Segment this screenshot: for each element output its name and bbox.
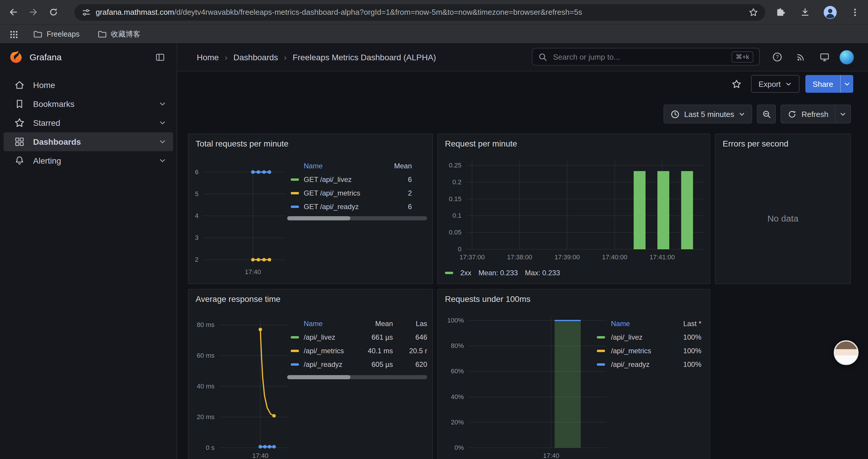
svg-text:80 ms: 80 ms [197, 321, 215, 328]
sidebar-item-alerting[interactable]: Alerting [4, 151, 173, 170]
floating-assistant-avatar[interactable] [834, 340, 859, 365]
legend-value: 2 [388, 189, 412, 197]
svg-text:0.1: 0.1 [452, 212, 462, 219]
svg-text:17:39:00: 17:39:00 [555, 254, 580, 261]
browser-profile-avatar[interactable] [822, 4, 838, 21]
menu-kebab-icon[interactable] [847, 4, 863, 21]
bookmarks-bar: Freeleaps 收藏博客 [0, 24, 868, 44]
legend-table: NameMean GET /api/_livez6 GET /api/_metr… [291, 159, 412, 213]
legend-header-last[interactable]: Last * [672, 319, 701, 328]
legend-value: 100% [672, 333, 701, 341]
monitor-icon[interactable] [816, 49, 833, 65]
legend-series-name[interactable]: GET /api/_metrics [304, 189, 388, 197]
legend-series-name[interactable]: /api/_livez [611, 333, 672, 341]
extensions-icon[interactable] [772, 4, 789, 21]
legend-table: NameMeanLas /api/_livez661 µs646 /api/_m… [291, 317, 427, 371]
time-range-picker[interactable]: Last 5 minutes [663, 104, 752, 124]
apps-grid-icon[interactable] [7, 26, 20, 42]
sidebar-item-bookmarks[interactable]: Bookmarks [4, 95, 173, 113]
svg-text:0.15: 0.15 [449, 195, 462, 203]
search-box[interactable]: ⌘+k [532, 48, 760, 66]
bar-chart[interactable]: 00.050.10.150.20.2517:37:0017:38:0017:39… [438, 134, 711, 285]
search-input[interactable] [552, 52, 727, 62]
url-bar[interactable]: grafana.mathmast.com/d/deytv4rwavabkb/fr… [74, 4, 765, 21]
home-icon [14, 80, 25, 90]
panel-title[interactable]: Average response time [195, 294, 280, 304]
legend-series-name[interactable]: /api/_metrics [304, 347, 365, 355]
legend-series-name[interactable]: /api/_livez [304, 333, 365, 341]
svg-text:17:38:00: 17:38:00 [507, 254, 532, 261]
legend-scrollbar[interactable] [287, 375, 427, 379]
line-chart[interactable]: 80 ms60 ms40 ms20 ms0 s17:40 [188, 290, 434, 459]
search-shortcut-kbd: ⌘+k [732, 51, 753, 62]
chevron-down-icon[interactable] [159, 119, 166, 126]
screen: grafana.mathmast.com/d/deytv4rwavabkb/fr… [0, 0, 868, 459]
user-avatar[interactable] [840, 50, 854, 64]
series-swatch [291, 205, 299, 208]
rss-icon[interactable] [793, 49, 809, 65]
legend-header-name[interactable]: Name [304, 319, 365, 328]
bar-chart[interactable]: 100%80%60%40%20%0%17:40 [438, 290, 711, 459]
svg-text:5: 5 [195, 190, 198, 198]
refresh-button[interactable]: Refresh [781, 104, 836, 124]
site-info-icon[interactable] [82, 7, 91, 17]
dashboard-content: Export Share Last 5 minutes [177, 71, 868, 459]
back-button[interactable] [5, 3, 23, 21]
panel-title[interactable]: Request per minute [445, 139, 517, 148]
series-swatch [291, 178, 299, 181]
help-icon[interactable]: ? [769, 49, 785, 65]
legend-series-name[interactable]: GET /api/_readyz [304, 202, 388, 210]
chevron-down-icon[interactable] [159, 100, 166, 107]
legend-header-last[interactable]: Las [393, 319, 427, 328]
legend-series-name[interactable]: /api/_readyz [304, 360, 365, 368]
favorite-dashboard-star-icon[interactable] [728, 76, 745, 92]
bookmark-item[interactable]: Freeleaps [28, 28, 84, 41]
browser-toolbar: grafana.mathmast.com/d/deytv4rwavabkb/fr… [0, 0, 868, 24]
svg-text:0%: 0% [454, 444, 464, 451]
legend-series-name[interactable]: 2xx [460, 269, 471, 277]
legend-series-name[interactable]: GET /api/_livez [304, 175, 388, 184]
legend-header-mean[interactable]: Mean [365, 319, 393, 328]
legend-series-name[interactable]: /api/_readyz [611, 360, 672, 368]
panel-title[interactable]: Errors per second [723, 139, 788, 148]
forward-button[interactable] [25, 3, 42, 21]
top-navigation: Home › Dashboards › Freeleaps Metrics Da… [177, 43, 868, 71]
sidebar-item-label: Starred [33, 118, 60, 128]
refresh-interval-dropdown[interactable] [836, 104, 851, 124]
bookmark-star-icon[interactable] [749, 7, 758, 17]
dock-sidebar-icon[interactable] [152, 49, 168, 65]
downloads-icon[interactable] [797, 4, 814, 21]
legend-series-name[interactable]: /api/_metrics [611, 347, 672, 355]
breadcrumb-dashboards[interactable]: Dashboards [234, 52, 278, 62]
chevron-down-icon[interactable] [159, 138, 166, 145]
panel-errors-per-second: Errors per second No data [715, 133, 851, 284]
export-button[interactable]: Export [751, 75, 800, 93]
panel-average-response-time: Average response time 80 ms60 ms40 ms20 … [188, 289, 433, 459]
scrollbar-thumb[interactable] [287, 375, 350, 379]
grafana-logo[interactable] [8, 49, 24, 65]
bookmark-item[interactable]: 收藏博客 [92, 28, 145, 41]
legend-header-name[interactable]: Name [304, 162, 388, 170]
breadcrumb-separator: › [284, 52, 286, 62]
breadcrumb-home[interactable]: Home [197, 52, 219, 62]
sidebar-item-home[interactable]: Home [4, 76, 173, 95]
svg-text:40 ms: 40 ms [197, 383, 215, 390]
scrollbar-thumb[interactable] [287, 216, 350, 220]
zoom-out-icon[interactable] [757, 104, 776, 124]
share-dropdown-button[interactable] [840, 75, 853, 93]
chevron-down-icon[interactable] [159, 157, 166, 164]
panel-title[interactable]: Total requests per minute [195, 139, 288, 148]
share-button[interactable]: Share [806, 75, 840, 93]
legend-header-mean[interactable]: Mean [388, 162, 412, 170]
reload-button[interactable] [45, 3, 63, 21]
sidebar-item-dashboards[interactable]: Dashboards [4, 132, 173, 151]
svg-text:0.2: 0.2 [452, 178, 462, 186]
legend-header-name[interactable]: Name [611, 319, 672, 328]
sidebar-item-starred[interactable]: Starred [4, 113, 173, 132]
legend-value: 40.1 ms [365, 347, 393, 355]
bookmark-icon [14, 99, 25, 109]
legend-scrollbar[interactable] [287, 216, 427, 220]
sidebar-item-label: Bookmarks [33, 99, 74, 109]
panel-title[interactable]: Requests under 100ms [445, 294, 531, 304]
svg-text:20 ms: 20 ms [197, 413, 215, 421]
